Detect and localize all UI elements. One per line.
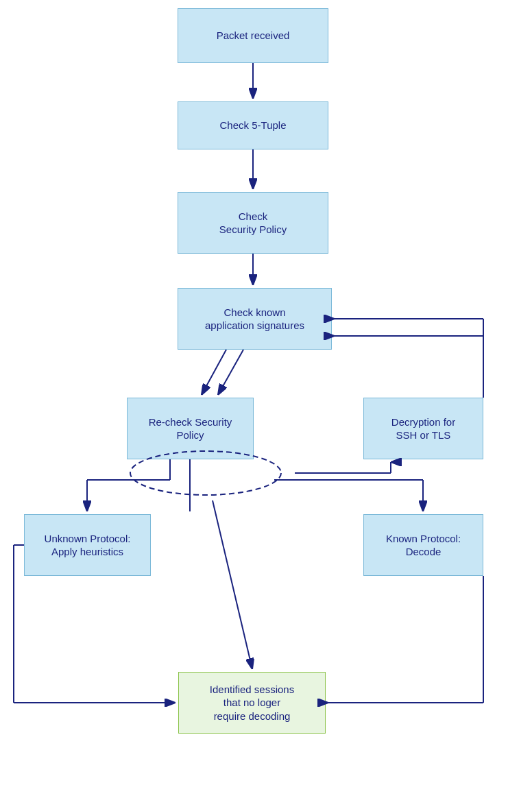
identified-sessions-label: Identified sessionsthat no logerrequire …	[210, 683, 294, 723]
dashed-ellipse	[127, 446, 285, 500]
known-protocol-label: Known Protocol:Decode	[386, 532, 461, 559]
check-security-policy-box: CheckSecurity Policy	[178, 192, 328, 254]
check-5tuple-box: Check 5-Tuple	[178, 101, 328, 149]
check-5tuple-label: Check 5-Tuple	[220, 119, 287, 132]
decryption-box: Decryption forSSH or TLS	[363, 398, 483, 459]
svg-line-12	[213, 500, 252, 669]
unknown-protocol-box: Unknown Protocol:Apply heuristics	[24, 514, 151, 576]
recheck-security-label: Re-check SecurityPolicy	[149, 415, 232, 442]
svg-line-7	[218, 350, 243, 395]
check-known-app-box: Check knownapplication signatures	[178, 288, 332, 350]
unknown-protocol-label: Unknown Protocol:Apply heuristics	[45, 532, 131, 559]
packet-received-label: Packet received	[217, 29, 290, 43]
check-known-app-label: Check knownapplication signatures	[205, 306, 304, 332]
svg-point-26	[130, 451, 281, 495]
decryption-label: Decryption forSSH or TLS	[391, 415, 455, 442]
known-protocol-box: Known Protocol:Decode	[363, 514, 483, 576]
diagram-container: Packet received Check 5-Tuple CheckSecur…	[0, 0, 532, 798]
packet-received-box: Packet received	[178, 8, 328, 63]
svg-line-6	[202, 350, 226, 395]
identified-sessions-box: Identified sessionsthat no logerrequire …	[178, 672, 326, 734]
check-security-policy-label: CheckSecurity Policy	[219, 210, 287, 237]
